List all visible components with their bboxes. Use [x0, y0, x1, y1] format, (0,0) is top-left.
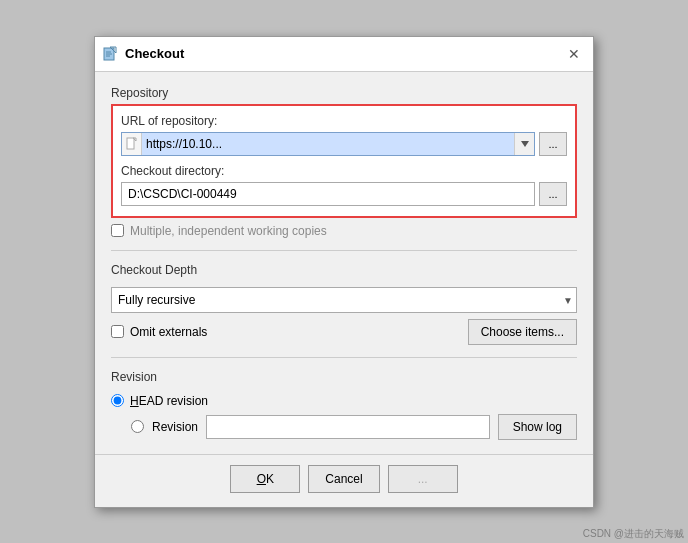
specific-revision-label[interactable]: Revision [152, 420, 198, 434]
depth-label: Checkout Depth [111, 263, 577, 277]
choose-items-button[interactable]: Choose items... [468, 319, 577, 345]
omit-row: Omit externals Choose items... [111, 319, 577, 345]
url-dropdown-button[interactable] [514, 133, 534, 155]
url-label: URL of repository: [121, 114, 567, 128]
close-button[interactable]: ✕ [563, 43, 585, 65]
checkout-icon [103, 46, 119, 62]
depth-select-wrapper: Fully recursive Immediate children Only … [111, 287, 577, 313]
revision-section: Revision HEAD revision Revision Show log [111, 370, 577, 440]
specific-revision-radio[interactable] [131, 420, 144, 433]
title-bar: Checkout ✕ [95, 37, 593, 72]
head-revision-underline: H [130, 394, 139, 408]
url-input[interactable] [142, 133, 514, 155]
depth-section: Checkout Depth Fully recursive Immediate… [111, 263, 577, 345]
revision-number-input[interactable] [206, 415, 490, 439]
url-input-row: ... [121, 132, 567, 156]
separator-2 [111, 357, 577, 358]
browse-url-button[interactable]: ... [539, 132, 567, 156]
revision-input-row: Revision Show log [111, 414, 577, 440]
omit-externals-checkbox[interactable] [111, 325, 124, 338]
browse-dir-button[interactable]: ... [539, 182, 567, 206]
title-bar-left: Checkout [103, 46, 184, 62]
depth-select[interactable]: Fully recursive Immediate children Only … [111, 287, 577, 313]
checkout-dialog: Checkout ✕ Repository URL of repository: [94, 36, 594, 508]
head-revision-label[interactable]: HEAD revision [130, 394, 208, 408]
multiple-copies-label[interactable]: Multiple, independent working copies [130, 224, 327, 238]
repository-label: Repository [111, 86, 577, 100]
repository-group: URL of repository: [111, 104, 577, 218]
multiple-copies-checkbox[interactable] [111, 224, 124, 237]
repository-section: Repository URL of repository: [111, 86, 577, 238]
dir-input-row: ... [121, 182, 567, 206]
head-revision-text: EAD revision [139, 394, 208, 408]
watermark: CSDN @进击的天海贼 [583, 527, 684, 541]
omit-left: Omit externals [111, 325, 207, 339]
ok-button[interactable]: OK [230, 465, 300, 493]
dialog-title: Checkout [125, 46, 184, 61]
separator-1 [111, 250, 577, 251]
dir-input[interactable] [121, 182, 535, 206]
extra-button[interactable]: ... [388, 465, 458, 493]
ok-text: K [266, 472, 274, 486]
head-revision-row: HEAD revision [111, 394, 577, 408]
cancel-button[interactable]: Cancel [308, 465, 379, 493]
show-log-button[interactable]: Show log [498, 414, 577, 440]
multiple-copies-row: Multiple, independent working copies [111, 224, 577, 238]
dialog-body: Repository URL of repository: [95, 72, 593, 454]
omit-externals-label[interactable]: Omit externals [130, 325, 207, 339]
dialog-footer: OK Cancel ... [95, 454, 593, 507]
url-input-wrapper [121, 132, 535, 156]
dir-label: Checkout directory: [121, 164, 567, 178]
ok-underline: O [257, 472, 266, 486]
head-revision-radio[interactable] [111, 394, 124, 407]
revision-label: Revision [111, 370, 577, 384]
file-icon [122, 133, 142, 155]
svg-rect-5 [127, 138, 134, 149]
